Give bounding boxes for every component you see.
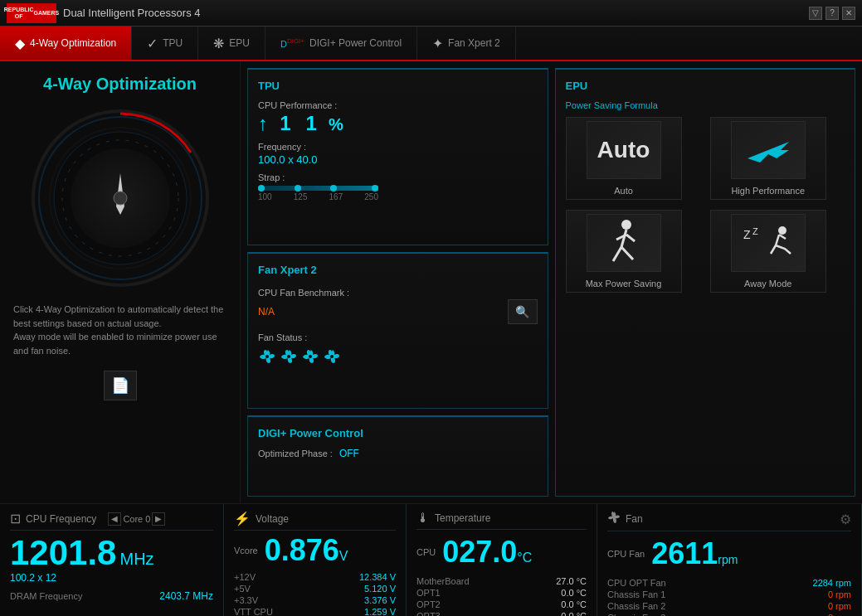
vtt-label: VTT CPU [234,607,273,616]
temp-row-opt2: OPT2 0.0 °C [416,599,587,609]
settings-icon[interactable]: ⚙ [840,512,851,527]
epu-mode-maxsaving-label: Max Power Saving [586,279,662,289]
cpu-freq-header: ⊡ CPU Frequency ◀ Core 0 ▶ [10,511,213,531]
gauge-needle-svg [87,165,153,231]
core-prev-btn[interactable]: ◀ [108,512,121,526]
epu-mode-grid: Auto Auto High Performance [566,117,845,293]
opt3-temp-label: OPT3 [416,611,441,616]
v5-value: 5.120 V [364,584,396,594]
fan-icon-4 [323,347,341,366]
v33-value: 3.376 V [364,595,396,605]
fan-icon-3 [301,347,319,366]
voltage-rows: +12V 12.384 V +5V 5.120 V +3.3V 3.376 V … [234,572,396,616]
epu-mode-away[interactable]: Z Z Away Mode [710,210,826,293]
svg-line-9 [613,247,621,261]
tab-tpu-label: TPU [163,37,183,49]
v12-label: +12V [234,572,256,582]
vtt-value: 1.259 V [364,607,396,616]
svg-line-10 [621,247,633,259]
fan-row-cpu-opt: CPU OPT Fan 2284 rpm [607,578,851,588]
app-logo: REPUBLIC OF GAMERS [7,3,56,23]
tpu-freq-row: Frequency : 100.0 x 40.0 [258,142,538,166]
cpu-temp-label: CPU [416,547,436,557]
vcore-label: Vcore [234,546,258,555]
gauge-container [29,107,212,289]
tpu-strap-row: Strap : 100 125 167 250 [258,172,538,201]
chassis3-fan-label: Chassis Fan 3 [607,613,665,616]
tpu-icon: ✓ [147,36,158,51]
fan-status-icon [607,511,621,527]
chassis2-fan-label: Chassis Fan 2 [607,601,665,611]
cpu-temp-value-row: 027.0 °C [442,535,532,570]
dram-label: DRAM Frequency [10,591,82,601]
cpu-temp-unit: °C [517,551,532,565]
temp-row-opt3: OPT3 0.0 °C [416,611,587,616]
opt1-temp-value: 0.0 °C [561,588,587,598]
tpu-freq-label: Frequency : [258,142,538,152]
svg-point-18 [309,355,312,358]
cpu-freq-icon: ⊡ [10,511,21,526]
dram-freq-row: DRAM Frequency 2403.7 MHz [10,590,213,602]
tpu-panel: TPU CPU Performance : ↑ 1 1 % Frequency … [247,68,548,245]
title-bar: REPUBLIC OF GAMERS Dual Intelligent Proc… [0,0,862,27]
epu-panel: EPU Power Saving Formula Auto Auto [555,68,856,497]
fan-benchmark-row: CPU Fan Benchmark : N/A 🔍 [258,284,538,324]
opt2-temp-label: OPT2 [416,599,441,609]
close-btn[interactable]: ✕ [842,7,855,20]
tab-4way-optimization[interactable]: ◆ 4-Way Optimization [0,27,132,60]
tpu-strap-label: Strap : [258,172,538,182]
temp-title: Temperature [435,512,490,524]
voltage-header: ⚡ Voltage [234,511,396,531]
chassis1-fan-value: 0 rpm [828,589,851,599]
cpu-freq-unit: MHz [119,550,153,569]
epu-mode-highperf-label: High Performance [731,186,805,196]
fan-status-label: Fan Status : [258,332,307,342]
temp-main-row: CPU 027.0 °C [416,535,587,570]
fan-benchmark-value: N/A [258,306,275,318]
help-btn[interactable]: ? [825,7,839,20]
chassis3-fan-value: 0 rpm [828,613,851,616]
left-panel-4way: 4-Way Optimization Click 4-Way [0,61,241,503]
minimize-btn[interactable]: ▽ [809,7,822,20]
svg-point-7 [621,220,631,230]
tab-fan-xpert[interactable]: ✦ Fan Xpert 2 [417,27,516,60]
fan-benchmark-button[interactable]: 🔍 [508,299,538,324]
voltage-row-12v: +12V 12.384 V [234,572,396,582]
voltage-section: ⚡ Voltage Vcore 0.876 V +12V 12.384 V +5… [224,504,407,616]
tab-digi-label: DIGI+ Power Control [309,37,402,49]
fan-icon: ✦ [432,36,443,51]
fan-main-row: CPU Fan 2611 rpm [607,536,851,571]
strap-val-100: 100 [258,192,272,201]
4way-icon: ◆ [15,36,25,51]
cpu-freq-section: ⊡ CPU Frequency ◀ Core 0 ▶ 1201.8 MHz 10… [0,504,224,616]
opt2-temp-value: 0.0 °C [561,599,587,609]
tab-epu[interactable]: ❋ EPU [198,27,265,60]
tpu-cpu-perf-value: ↑ 1 1 % [258,112,538,135]
vcore-value: 0.876 [265,536,339,565]
temp-icon: 🌡 [416,511,430,526]
epu-mode-auto[interactable]: Auto Auto [566,117,682,200]
status-bar: ⊡ CPU Frequency ◀ Core 0 ▶ 1201.8 MHz 10… [0,503,862,616]
tab-digi-power[interactable]: DDIGI+ DIGI+ Power Control [265,27,417,60]
epu-mode-highperf[interactable]: High Performance [710,117,826,200]
voltage-row-vtt: VTT CPU 1.259 V [234,607,396,616]
core-next-btn[interactable]: ▶ [152,512,165,526]
strap-track [258,186,378,191]
v33-label: +3.3V [234,595,258,605]
doc-button[interactable]: 📄 [104,371,137,400]
svg-point-15 [778,226,787,235]
away-icon-box: Z Z [731,214,806,272]
digi-optimized-value: OFF [339,448,359,459]
auto-icon-box: Auto [587,121,661,179]
fan-status-section: Fan ⚙ CPU Fan 2611 rpm CPU OPT Fan 2284 … [597,504,862,616]
digi-optimized-phase-row: Optimized Phase : OFF [258,448,538,459]
tab-tpu[interactable]: ✓ TPU [132,27,198,60]
strap-val-167: 167 [329,192,343,201]
svg-text:Z: Z [752,226,758,236]
gauge-inner[interactable] [71,148,170,248]
maxsaving-icon-box [587,214,661,272]
svg-line-11 [626,235,635,241]
epu-mode-maxsaving[interactable]: Max Power Saving [566,210,682,293]
svg-point-16 [265,355,269,358]
tpu-title: TPU [258,80,538,92]
